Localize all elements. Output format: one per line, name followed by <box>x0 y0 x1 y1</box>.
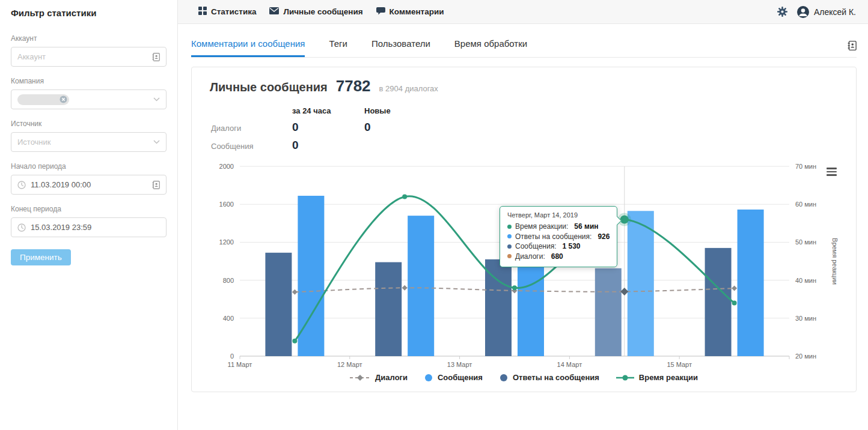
stats-row-dialogs: Диалоги 0 0 <box>211 121 846 139</box>
nav-item-comments[interactable]: Комментарии <box>376 7 444 17</box>
tooltip-bullet <box>507 254 512 258</box>
chart-area: 040080012001600200020 мин30 мин40 мин50 … <box>201 159 846 371</box>
svg-text:13 Март: 13 Март <box>447 361 472 368</box>
tab-comments-and-messages[interactable]: Комментарии и сообщения <box>191 38 305 57</box>
chart-legend: Диалоги Сообщения Ответы на сообщения Вр… <box>201 373 846 382</box>
source-field-group: Источник Источник <box>11 120 167 152</box>
period-start-field-group: Начало периода <box>11 162 167 195</box>
stats-col-24h: за 24 часа <box>292 106 364 115</box>
period-start-label: Начало периода <box>11 162 167 171</box>
period-end-input[interactable] <box>11 217 167 237</box>
topbar-right: Алексей К. <box>777 6 856 18</box>
circle-marker-icon <box>500 374 508 382</box>
dialogs-24h-value: 0 <box>292 121 364 134</box>
account-field-group: Аккаунт <box>11 34 167 67</box>
svg-text:1600: 1600 <box>219 201 234 208</box>
period-end-field-group: Конец периода <box>11 205 167 237</box>
sidebar-title: Фильтр статистики <box>11 0 167 24</box>
stats-table: за 24 часа Новые Диалоги 0 0 Сообщения 0 <box>211 106 846 157</box>
address-book-icon[interactable] <box>152 181 160 189</box>
messages-24h-value: 0 <box>292 139 364 152</box>
user-name: Алексей К. <box>814 7 856 17</box>
messages-subtitle: в 2904 диалогах <box>379 84 438 93</box>
avatar-icon <box>797 6 809 18</box>
svg-text:40 мин: 40 мин <box>795 277 816 284</box>
tooltip-row: Диалоги: 680 <box>507 252 610 262</box>
source-label: Источник <box>11 120 167 128</box>
svg-text:15 Март: 15 Март <box>667 361 692 368</box>
chevron-down-icon <box>153 97 160 101</box>
card-header: Личные сообщения 7782 в 2904 диалогах <box>201 77 846 95</box>
svg-text:400: 400 <box>223 315 234 322</box>
source-placeholder: Источник <box>17 138 153 147</box>
svg-text:60 мин: 60 мин <box>795 201 816 208</box>
svg-text:14 Март: 14 Март <box>557 361 582 368</box>
svg-text:1200: 1200 <box>219 238 234 246</box>
source-select[interactable]: Источник <box>11 132 167 152</box>
stats-row-messages: Сообщения 0 <box>211 139 846 157</box>
dash-diamond-marker-icon <box>350 374 370 382</box>
app: Фильтр статистики Аккаунт Компания <box>0 0 868 430</box>
legend-item-dialogs[interactable]: Диалоги <box>350 373 408 382</box>
top-navigation: Статистика Личные сообщения Комментарии <box>178 0 868 24</box>
nav-label: Комментарии <box>390 7 444 16</box>
line-circle-marker-icon <box>616 374 634 382</box>
tooltip-bullet <box>507 234 512 238</box>
period-start-input-control[interactable] <box>31 180 148 189</box>
tooltip-row: Сообщения: 1 530 <box>507 241 610 252</box>
stats-col-new: Новые <box>364 106 521 115</box>
main-area: Статистика Личные сообщения Комментарии <box>178 0 868 430</box>
period-end-label: Конец периода <box>11 205 167 213</box>
svg-text:0: 0 <box>230 353 234 360</box>
tooltip-bullet <box>507 225 512 229</box>
messages-card: Личные сообщения 7782 в 2904 диалогах за… <box>191 67 857 392</box>
apply-button[interactable]: Применить <box>11 249 71 265</box>
nav-label: Личные сообщения <box>283 7 362 16</box>
legend-item-reaction-time[interactable]: Время реакции <box>616 373 698 382</box>
account-input[interactable] <box>11 47 167 67</box>
nav-item-statistics[interactable]: Статистика <box>198 7 256 17</box>
chart-tooltip: Четверг, Март 14, 2019 Время реакции: 56… <box>500 206 617 267</box>
user-menu[interactable]: Алексей К. <box>797 6 856 18</box>
nav-label: Статистика <box>211 7 256 16</box>
svg-text:20 мин: 20 мин <box>795 353 816 360</box>
chart-menu-icon[interactable] <box>825 166 838 177</box>
account-label: Аккаунт <box>11 34 167 43</box>
section-tabs: Комментарии и сообщения Теги Пользовател… <box>191 24 857 58</box>
svg-text:11 Март: 11 Март <box>228 361 252 368</box>
tooltip-row: Время реакции: 56 мин <box>507 222 610 232</box>
content: Комментарии и сообщения Теги Пользовател… <box>178 24 868 430</box>
gear-icon[interactable] <box>777 7 787 17</box>
circle-marker-icon <box>424 374 433 382</box>
svg-text:50 мин: 50 мин <box>795 238 816 246</box>
clock-icon <box>17 181 26 189</box>
clear-tag-icon[interactable] <box>60 95 67 103</box>
account-input-control[interactable] <box>17 52 148 61</box>
tab-processing-time[interactable]: Время обработки <box>454 38 527 57</box>
svg-text:2000: 2000 <box>219 163 234 170</box>
address-book-icon[interactable] <box>152 53 160 61</box>
tooltip-date: Четверг, Март 14, 2019 <box>507 211 610 219</box>
tooltip-bullet <box>507 244 512 249</box>
company-select[interactable] <box>11 89 167 109</box>
nav-item-private-messages[interactable]: Личные сообщения <box>269 7 362 16</box>
address-book-icon[interactable] <box>848 41 857 57</box>
stats-header-row: за 24 часа Новые <box>211 106 846 121</box>
tab-tags[interactable]: Теги <box>329 38 347 57</box>
tab-users[interactable]: Пользователи <box>371 38 430 57</box>
legend-item-answers[interactable]: Ответы на сообщения <box>500 373 599 382</box>
messages-total: 7782 <box>336 77 371 95</box>
comment-icon <box>376 7 385 17</box>
chevron-down-icon <box>153 140 160 144</box>
svg-text:Время реакции: Время реакции <box>831 238 839 285</box>
svg-text:12 Март: 12 Март <box>337 361 362 368</box>
tooltip-row: Ответы на сообщения: 926 <box>507 232 610 242</box>
legend-item-messages[interactable]: Сообщения <box>424 373 483 382</box>
clock-icon <box>17 223 26 232</box>
company-selected-tag <box>17 94 69 105</box>
envelope-icon <box>269 7 279 16</box>
filter-sidebar: Фильтр статистики Аккаунт Компания <box>0 0 178 430</box>
period-start-input[interactable] <box>11 175 167 195</box>
period-end-input-control[interactable] <box>31 223 160 232</box>
company-label: Компания <box>11 77 167 85</box>
